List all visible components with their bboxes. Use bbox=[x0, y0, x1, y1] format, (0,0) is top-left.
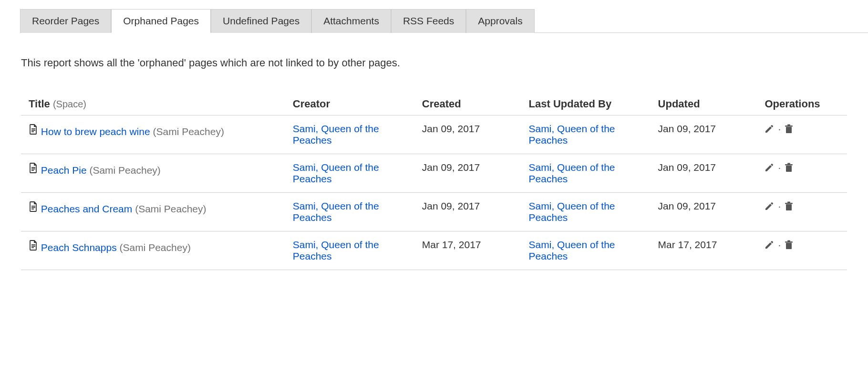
col-header-created: Created bbox=[414, 93, 521, 115]
svg-rect-4 bbox=[785, 126, 793, 127]
svg-rect-23 bbox=[787, 241, 790, 242]
creator-link[interactable]: Sami, Queen of the Peaches bbox=[293, 200, 379, 223]
operation-separator: · bbox=[778, 239, 781, 251]
table-row: Peaches and Cream (Sami Peachey)Sami, Qu… bbox=[21, 193, 847, 231]
updated-date: Jan 09, 2017 bbox=[651, 154, 757, 193]
tab-approvals[interactable]: Approvals bbox=[466, 9, 534, 33]
edit-icon[interactable] bbox=[765, 163, 774, 172]
page-icon bbox=[29, 200, 38, 212]
svg-rect-9 bbox=[786, 166, 792, 172]
tab-rss-feeds[interactable]: RSS Feeds bbox=[391, 9, 466, 33]
creator-link[interactable]: Sami, Queen of the Peaches bbox=[293, 162, 379, 184]
delete-icon[interactable] bbox=[785, 124, 793, 134]
delete-icon[interactable] bbox=[785, 163, 793, 172]
delete-icon[interactable] bbox=[785, 201, 793, 211]
tab-attachments[interactable]: Attachments bbox=[311, 9, 391, 33]
page-icon bbox=[29, 239, 38, 251]
orphaned-pages-table: Title (Space) Creator Created Last Updat… bbox=[21, 93, 847, 270]
col-header-updated-by: Last Updated By bbox=[521, 93, 651, 115]
svg-rect-15 bbox=[786, 204, 792, 210]
page-icon bbox=[29, 123, 38, 135]
space-name: (Sami Peachey) bbox=[153, 126, 224, 137]
created-date: Jan 09, 2017 bbox=[414, 154, 521, 193]
tab-orphaned-pages[interactable]: Orphaned Pages bbox=[111, 9, 211, 33]
operation-separator: · bbox=[778, 200, 781, 212]
page-title-link[interactable]: Peach Pie bbox=[41, 165, 87, 176]
updated-by-link[interactable]: Sami, Queen of the Peaches bbox=[529, 239, 615, 262]
page-title-link[interactable]: Peach Schnapps bbox=[41, 242, 117, 253]
page-icon bbox=[29, 162, 38, 173]
creator-link[interactable]: Sami, Queen of the Peaches bbox=[293, 239, 379, 262]
tab-bar: Reorder PagesOrphaned PagesUndefined Pag… bbox=[20, 9, 868, 33]
updated-date: Mar 17, 2017 bbox=[651, 231, 757, 270]
edit-icon[interactable] bbox=[765, 124, 774, 134]
col-header-operations: Operations bbox=[757, 93, 847, 115]
svg-rect-16 bbox=[785, 203, 793, 204]
edit-icon[interactable] bbox=[765, 201, 774, 211]
operation-separator: · bbox=[778, 162, 781, 173]
table-row: Peach Schnapps (Sami Peachey)Sami, Queen… bbox=[21, 231, 847, 270]
page-title-link[interactable]: How to brew peach wine bbox=[41, 126, 150, 137]
created-date: Mar 17, 2017 bbox=[414, 231, 521, 270]
created-date: Jan 09, 2017 bbox=[414, 115, 521, 154]
updated-date: Jan 09, 2017 bbox=[651, 115, 757, 154]
svg-rect-17 bbox=[787, 202, 790, 203]
updated-by-link[interactable]: Sami, Queen of the Peaches bbox=[529, 123, 615, 146]
created-date: Jan 09, 2017 bbox=[414, 193, 521, 231]
space-name: (Sami Peachey) bbox=[89, 165, 160, 176]
page-title-link[interactable]: Peaches and Cream bbox=[41, 203, 132, 214]
tab-undefined-pages[interactable]: Undefined Pages bbox=[211, 9, 311, 33]
col-header-updated: Updated bbox=[651, 93, 757, 115]
delete-icon[interactable] bbox=[785, 240, 793, 250]
report-description: This report shows all the 'orphaned' pag… bbox=[21, 57, 847, 69]
svg-rect-22 bbox=[785, 241, 793, 243]
operation-separator: · bbox=[778, 123, 781, 135]
table-row: How to brew peach wine (Sami Peachey)Sam… bbox=[21, 115, 847, 154]
svg-rect-21 bbox=[786, 243, 792, 249]
space-name: (Sami Peachey) bbox=[135, 203, 206, 214]
svg-rect-5 bbox=[787, 125, 790, 126]
col-header-title: Title (Space) bbox=[21, 93, 285, 115]
edit-icon[interactable] bbox=[765, 240, 774, 250]
creator-link[interactable]: Sami, Queen of the Peaches bbox=[293, 123, 379, 146]
svg-rect-3 bbox=[786, 127, 792, 133]
table-row: Peach Pie (Sami Peachey)Sami, Queen of t… bbox=[21, 154, 847, 193]
space-name: (Sami Peachey) bbox=[119, 242, 190, 253]
tab-reorder-pages[interactable]: Reorder Pages bbox=[20, 9, 111, 33]
updated-date: Jan 09, 2017 bbox=[651, 193, 757, 231]
col-header-creator: Creator bbox=[285, 93, 414, 115]
svg-rect-10 bbox=[785, 164, 793, 166]
updated-by-link[interactable]: Sami, Queen of the Peaches bbox=[529, 162, 615, 184]
svg-rect-11 bbox=[787, 163, 790, 165]
updated-by-link[interactable]: Sami, Queen of the Peaches bbox=[529, 200, 615, 223]
